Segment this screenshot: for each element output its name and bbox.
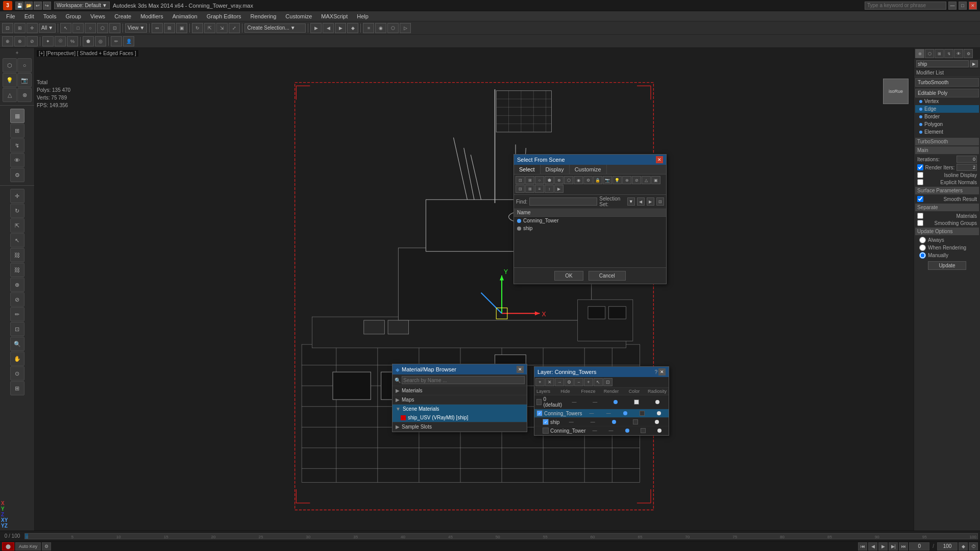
constraints-btn[interactable]: ⊘	[27, 36, 38, 46]
lp-delete-btn[interactable]: ✕	[545, 378, 554, 386]
lp-color-swatch[interactable]	[641, 428, 646, 433]
sfs-object-list[interactable]: Conning_Tower ship	[514, 217, 666, 268]
turbosmooth-modifier[interactable]: TurboSmooth	[915, 78, 979, 87]
menu-customize[interactable]: Customize	[281, 12, 316, 20]
viewport-area[interactable]: [+] [Perspective] [ Shaded + Edged Faces…	[35, 48, 914, 531]
sidebar-scale-btn[interactable]: ⇱	[10, 218, 24, 233]
sfs-sel-btn-1[interactable]: ◀	[637, 197, 645, 206]
sfs-tb-btn-5[interactable]: ⊗	[554, 176, 564, 184]
sidebar-move-btn[interactable]: ✛	[10, 189, 24, 203]
right-panel-search-input[interactable]	[916, 60, 969, 67]
play-btn[interactable]: ▶	[310, 23, 322, 33]
sfs-tb-btn-18[interactable]: ≡	[535, 185, 544, 193]
mb-scene-material-item[interactable]: ship_USV (VRayMtl) [ship]	[393, 413, 527, 422]
manually-radio[interactable]	[919, 252, 926, 259]
lp-layer-row[interactable]: 0 (default) — —	[534, 395, 669, 409]
sidebar-helpers-btn[interactable]: △	[3, 88, 17, 102]
anim-frame-input[interactable]	[909, 542, 929, 550]
sidebar-select-filter-btn[interactable]: ⊡	[10, 322, 24, 336]
angle-snap-btn[interactable]: ⦾	[55, 36, 66, 46]
materials-check[interactable]	[917, 213, 923, 219]
lp-move-to-layer-btn[interactable]: →	[555, 378, 564, 386]
sfs-tb-btn-20[interactable]: ▶	[554, 185, 564, 193]
iterations-input[interactable]	[957, 156, 977, 163]
sfs-cancel-btn[interactable]: Cancel	[589, 271, 626, 281]
menu-animation[interactable]: Animation	[168, 12, 202, 20]
lp-filter-btn[interactable]: ⊡	[603, 378, 612, 386]
select-obj-btn[interactable]: ⊡	[2, 23, 13, 33]
sub-mod-polygon[interactable]: Polygon	[915, 120, 979, 128]
menu-modifiers[interactable]: Modifiers	[136, 12, 167, 20]
mb-sample-slots-header[interactable]: ▶ Sample Slots	[393, 422, 527, 431]
mb-scene-materials-header[interactable]: ▼ Scene Materials	[393, 405, 527, 413]
select-region-btn5[interactable]: ⊡	[109, 23, 120, 33]
quick-undo-btn[interactable]: ↩	[34, 2, 42, 10]
align-btn[interactable]: ▣	[176, 23, 187, 33]
key-btn[interactable]: ◆	[347, 23, 358, 33]
anim-go-end-btn[interactable]: ⏭	[899, 542, 908, 550]
next-frame-btn[interactable]: ▶	[335, 23, 346, 33]
menu-file[interactable]: File	[2, 12, 19, 20]
rp-tab-hierarchy[interactable]: ⊞	[935, 49, 944, 58]
sfs-tb-btn-10[interactable]: 📷	[603, 176, 612, 184]
sfs-tb-btn-1[interactable]: ⊡	[516, 176, 525, 184]
quick-save-btn[interactable]: 💾	[15, 2, 23, 10]
menu-tools[interactable]: Tools	[39, 12, 61, 20]
timeline-bar[interactable]: 0 5 10 15 20 25 30 35 40 45 50 55 60 65 …	[24, 533, 978, 539]
sfs-tb-btn-4[interactable]: ⬟	[545, 176, 554, 184]
sub-mod-border[interactable]: Border	[915, 113, 979, 120]
sfs-tb-btn-8[interactable]: ⚙	[583, 176, 593, 184]
menu-rendering[interactable]: Rendering	[247, 12, 281, 20]
sidebar-modify-btn[interactable]: ▦	[10, 109, 24, 123]
rp-tab-create[interactable]: ⊕	[915, 49, 924, 58]
lp-new-btn[interactable]: +	[535, 378, 545, 386]
transform-type-in-btn[interactable]: ⊕	[2, 36, 13, 46]
menu-group[interactable]: Group	[61, 12, 85, 20]
sidebar-unlink-btn[interactable]: ⛓	[10, 263, 24, 277]
mirror-btn[interactable]: ⇔	[152, 23, 163, 33]
maximize-btn[interactable]: □	[959, 2, 967, 10]
rp-tab-motion[interactable]: ↯	[944, 49, 953, 58]
pivot-btn[interactable]: ⊗	[14, 36, 26, 46]
sfs-sel-btn-2[interactable]: ▶	[647, 197, 654, 206]
scale-btn[interactable]: ⇱	[204, 23, 215, 33]
anim-time-config-btn[interactable]: ⏱	[969, 542, 978, 550]
sidebar-link-btn[interactable]: ⛓	[10, 248, 24, 262]
anim-total-frames-input[interactable]	[937, 542, 958, 550]
search-go-btn[interactable]: ▶	[970, 60, 978, 67]
anim-set-key-mode-btn[interactable]: ⚙	[42, 542, 51, 550]
sidebar-none-btn[interactable]: ⊘	[10, 292, 24, 307]
render-iters-check[interactable]	[917, 164, 923, 170]
anim-go-start-btn[interactable]: ⏮	[858, 542, 867, 550]
select-region-btn4[interactable]: ⬡	[97, 23, 108, 33]
sidebar-hierarchy-btn[interactable]: ⊞	[10, 123, 24, 138]
sidebar-shapes-btn[interactable]: ○	[17, 58, 32, 72]
rp-tab-display[interactable]: 👁	[954, 49, 963, 58]
view-dropdown[interactable]: View▼	[125, 23, 147, 33]
sfs-tb-btn-13[interactable]: ⊘	[632, 176, 641, 184]
minimize-btn[interactable]: —	[948, 2, 957, 10]
quick-render-btn[interactable]: ▷	[400, 23, 411, 33]
lp-color-swatch[interactable]	[633, 419, 638, 424]
select-region-btn[interactable]: ⊞	[14, 23, 26, 33]
sfs-find-input[interactable]	[529, 197, 597, 206]
anim-key-mode-btn[interactable]: ◆	[959, 542, 968, 550]
sfs-tb-btn-16[interactable]: ⊡	[516, 185, 525, 193]
isoline-check[interactable]	[917, 172, 923, 178]
sub-mod-element[interactable]: Element	[915, 128, 979, 136]
rotate-btn[interactable]: ↻	[192, 23, 203, 33]
quick-open-btn[interactable]: 📂	[24, 2, 33, 10]
smoothing-groups-check[interactable]	[917, 220, 923, 226]
lp-expand-btn[interactable]: +	[584, 378, 593, 386]
sfs-close-btn[interactable]: ✕	[656, 156, 663, 163]
lp-help-btn[interactable]: ?	[654, 369, 657, 375]
lp-layer-check[interactable]: ✓	[536, 410, 543, 416]
mb-maps-header[interactable]: ▶ Maps	[393, 395, 527, 404]
always-radio[interactable]	[919, 237, 926, 243]
scale-non-uniform-btn[interactable]: ⇲	[216, 23, 228, 33]
sfs-tb-btn-6[interactable]: ⬡	[564, 176, 573, 184]
anim-set-key-btn[interactable]: ⬤	[2, 542, 14, 550]
rp-tab-modify[interactable]: ⬡	[925, 49, 934, 58]
lp-layer-row[interactable]: ✓ Conning_Towers — —	[534, 409, 669, 418]
anim-next-frame-btn[interactable]: ▶|	[889, 542, 898, 550]
